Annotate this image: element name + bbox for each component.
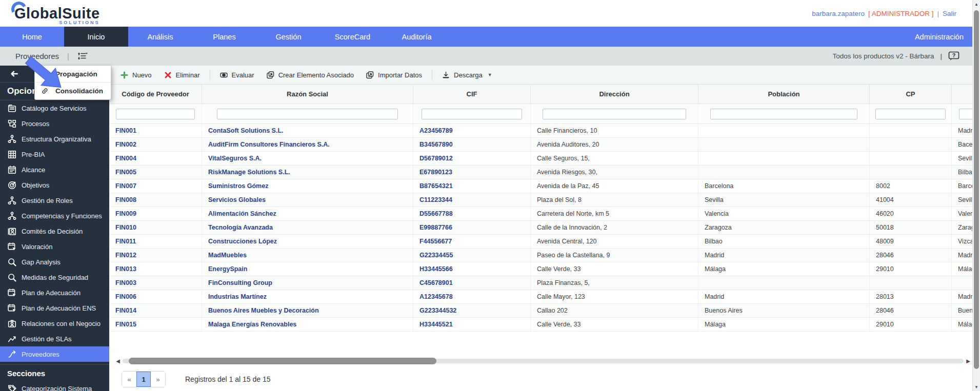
table-row-fin015[interactable]: FIN015Malaga Energías RenovablesH3344552…: [109, 318, 980, 332]
sidebar-item-comites-de-decision[interactable]: Comités de Decisión: [0, 223, 109, 239]
sidebar-item-procesos[interactable]: Procesos: [0, 116, 109, 131]
sidebar-item-catalogo-de-servicios[interactable]: Catálogo de Servicios: [0, 100, 109, 116]
sidebar-item-medidas-de-seguridad[interactable]: Medidas de Seguridad: [0, 270, 109, 285]
cell-razon-social[interactable]: EnergySpain: [202, 262, 413, 276]
table-row-fin009[interactable]: FIN009Alimentación SánchezD55667788Carre…: [109, 207, 980, 221]
sidebar-item-objetivos[interactable]: Objetivos: [0, 177, 109, 193]
cell-codigo-de-proveedor[interactable]: FIN010: [109, 221, 202, 234]
table-row-fin004[interactable]: FIN004VitalSeguros S.A.D56789012Calle Se…: [109, 152, 980, 166]
sidebar-item-relaciones-con-el-negocio[interactable]: Relaciones con el Negocio: [0, 316, 109, 331]
nav-item-home[interactable]: Home: [0, 27, 64, 47]
sidebar-item-valoracion[interactable]: Valoración: [0, 239, 109, 254]
filter-input-codigo-de-proveedor[interactable]: [116, 109, 195, 119]
pagination-page-1[interactable]: 1: [136, 372, 151, 387]
cell-razon-social[interactable]: Industrias Martínez: [202, 290, 413, 303]
nav-item-analisis[interactable]: Análisis: [128, 27, 192, 47]
column-header-poblacion[interactable]: Población: [698, 85, 870, 104]
filter-input-cp[interactable]: [875, 109, 946, 119]
cell-razon-social[interactable]: Buenos Aires Muebles y Decoración: [202, 304, 413, 317]
sidebar-item-proveedores[interactable]: Proveedores: [0, 346, 109, 362]
sidebar-item-competencias-y-funciones[interactable]: Competencias y Funciones: [0, 208, 109, 223]
column-header-codigo-de-proveedor[interactable]: Código de Proveedor: [109, 85, 202, 104]
eliminar-button[interactable]: Eliminar: [159, 69, 205, 81]
cell-razon-social[interactable]: MadMuebles: [202, 249, 413, 262]
cell-razon-social[interactable]: Malaga Energías Renovables: [202, 318, 413, 331]
cell-razon-social[interactable]: Construcciones López: [202, 235, 413, 248]
cell-codigo-de-proveedor[interactable]: FIN012: [109, 249, 202, 262]
column-header-cif[interactable]: CIF: [413, 85, 531, 104]
cell-razon-social[interactable]: AuditFirm Consultores Financieros S.A.: [202, 138, 413, 151]
nuevo-button[interactable]: Nuevo: [115, 69, 157, 81]
user-name[interactable]: barbara.zapatero: [812, 10, 865, 17]
filter-input-direccion[interactable]: [543, 109, 686, 119]
table-row-fin006[interactable]: FIN006Industrias MartínezA12345678Calle …: [109, 290, 980, 304]
table-row-fin013[interactable]: FIN013EnergySpainH33445566Calle Verde, 3…: [109, 262, 980, 276]
cell-codigo-de-proveedor[interactable]: FIN004: [109, 152, 202, 165]
sidebar-item-alcance[interactable]: Alcance: [0, 162, 109, 177]
horizontal-scroll-thumb[interactable]: [129, 358, 436, 364]
horizontal-scrollbar[interactable]: ◀ ▶: [113, 357, 973, 365]
cell-codigo-de-proveedor[interactable]: FIN009: [109, 207, 202, 220]
menu-item-consolidacion[interactable]: Consolidación: [35, 83, 111, 99]
sidebar-item-gestion-de-roles[interactable]: Gestión de Roles: [0, 193, 109, 208]
sort-list-icon[interactable]: [77, 52, 88, 60]
cell-codigo-de-proveedor[interactable]: FIN007: [109, 179, 202, 193]
cell-codigo-de-proveedor[interactable]: FIN001: [109, 124, 202, 137]
cell-codigo-de-proveedor[interactable]: FIN006: [109, 290, 202, 303]
cell-codigo-de-proveedor[interactable]: FIN005: [109, 166, 202, 179]
column-header-razon-social[interactable]: Razón Social: [202, 85, 413, 104]
pagination-first-button[interactable]: «: [122, 372, 136, 387]
sidebar-item-gestion-de-slas[interactable]: Gestión de SLAs: [0, 331, 109, 346]
cell-codigo-de-proveedor[interactable]: FIN011: [109, 235, 202, 248]
sidebar-item-categorizacion-sistema[interactable]: Categorización Sistema: [0, 381, 109, 391]
column-header-direccion[interactable]: Dirección: [531, 85, 698, 104]
nav-item-planes[interactable]: Planes: [192, 27, 256, 47]
filter-input-cif[interactable]: [422, 109, 522, 119]
sidebar-item-pre-bia[interactable]: Pre-BIA: [0, 147, 109, 162]
table-row-fin010[interactable]: FIN010Tecnología AvanzadaE99887766Calle …: [109, 221, 980, 235]
vertical-scroll-thumb[interactable]: [974, 10, 979, 369]
sidebar-item-gap-analysis[interactable]: Gap Analysis: [0, 254, 109, 270]
pagination-last-button[interactable]: »: [151, 372, 165, 387]
sidebar-item-plan-de-adecuacion[interactable]: Plan de Adecuación: [0, 285, 109, 300]
table-row-fin011[interactable]: FIN011Construcciones LópezF44556677Aveni…: [109, 235, 980, 249]
cell-codigo-de-proveedor[interactable]: FIN014: [109, 304, 202, 317]
evaluar-button[interactable]: Evaluar: [215, 69, 259, 81]
descarga-button[interactable]: Descarga▼: [437, 69, 497, 81]
cell-razon-social[interactable]: Alimentación Sánchez: [202, 207, 413, 220]
scroll-right-arrow-icon[interactable]: ▶: [964, 358, 973, 364]
cell-codigo-de-proveedor[interactable]: FIN008: [109, 193, 202, 207]
question-bubble-icon[interactable]: ?: [948, 51, 959, 61]
importar-datos-button[interactable]: Importar Datos: [361, 69, 427, 81]
cell-codigo-de-proveedor[interactable]: FIN013: [109, 262, 202, 276]
cell-razon-social[interactable]: ContaSoft Solutions S.L.: [202, 124, 413, 137]
cell-razon-social[interactable]: FinConsulting Group: [202, 276, 413, 290]
scroll-up-arrow-icon[interactable]: ▲: [973, 0, 980, 8]
vertical-scrollbar[interactable]: ▲ ▼: [972, 0, 980, 391]
cell-razon-social[interactable]: VitalSeguros S.A.: [202, 152, 413, 165]
cell-codigo-de-proveedor[interactable]: FIN015: [109, 318, 202, 331]
table-row-fin003[interactable]: FIN003FinConsulting GroupC45678901Plaza …: [109, 276, 980, 290]
nav-item-administracion[interactable]: Administración: [898, 27, 980, 47]
table-row-fin002[interactable]: FIN002AuditFirm Consultores Financieros …: [109, 138, 980, 152]
table-row-fin008[interactable]: FIN008Servicios GlobalesC11223344Plaza d…: [109, 193, 980, 207]
cell-razon-social[interactable]: RiskManage Solutions S.L.: [202, 166, 413, 179]
table-row-fin007[interactable]: FIN007Suministros GómezB87654321Avenida …: [109, 179, 980, 193]
nav-item-inicio[interactable]: Inicio: [64, 27, 128, 47]
filter-input-razon-social[interactable]: [217, 109, 398, 119]
logout-link[interactable]: Salir: [943, 10, 956, 17]
table-row-fin014[interactable]: FIN014Buenos Aires Muebles y DecoraciónG…: [109, 304, 980, 318]
nav-item-auditoria[interactable]: Auditoría: [385, 27, 449, 47]
cell-razon-social[interactable]: Tecnología Avanzada: [202, 221, 413, 234]
menu-item-propagacion[interactable]: Propagación: [35, 66, 111, 83]
cell-codigo-de-proveedor[interactable]: FIN002: [109, 138, 202, 151]
table-row-fin012[interactable]: FIN012MadMueblesG22334455Paseo de la Cas…: [109, 249, 980, 262]
table-row-fin001[interactable]: FIN001ContaSoft Solutions S.L.A23456789C…: [109, 124, 980, 138]
scroll-down-arrow-icon[interactable]: ▼: [973, 383, 980, 391]
cell-razon-social[interactable]: Suministros Gómez: [202, 179, 413, 193]
cell-razon-social[interactable]: Servicios Globales: [202, 193, 413, 207]
table-row-fin005[interactable]: FIN005RiskManage Solutions S.L.E67890123…: [109, 166, 980, 179]
filter-input-poblacion[interactable]: [710, 109, 857, 119]
nav-item-scorecard[interactable]: ScoreCard: [321, 27, 385, 47]
sidebar-item-estructura-organizativa[interactable]: Estructura Organizativa: [0, 131, 109, 147]
